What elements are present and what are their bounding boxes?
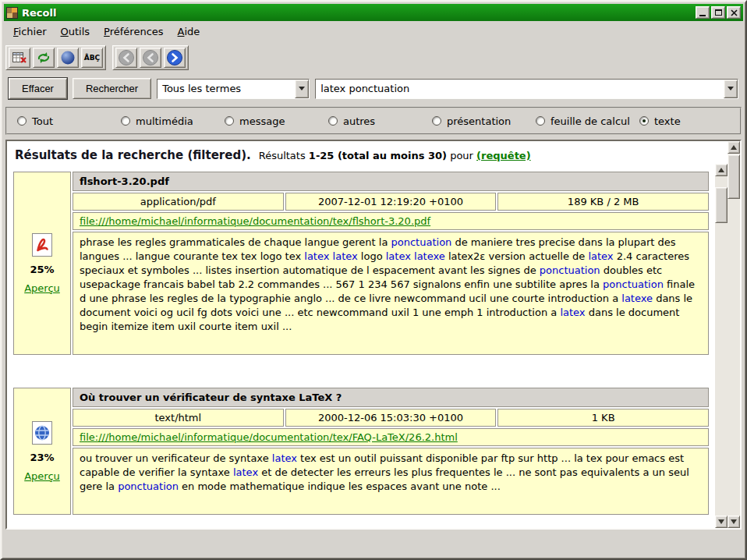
highlighted-term: ponctuation [603,278,664,290]
chevron-down-icon [299,87,305,90]
html-document-icon [32,421,52,445]
page-next-button[interactable] [164,48,186,68]
filter-option-feuille-de-calcul[interactable]: feuille de calcul [536,115,639,127]
result-abstract: phrase les regles grammaticales de chaqu… [73,232,709,355]
results-list: 25%Aperçuflshort-3.20.pdfapplication/pdf… [7,164,715,528]
result-title: Où trouver un vérificateur de syntaxe La… [73,388,709,407]
highlighted-term: ponctuation [540,264,600,276]
result-url-link[interactable]: file:///home/michael/informatique/docume… [80,431,458,443]
recoll-window: Recoll Fichier Outils Préférences Aide [0,0,747,560]
result-size: 1 KB [497,409,709,427]
search-type-value: Tous les termes [158,80,295,98]
radio-icon[interactable] [536,116,545,126]
query-sphere-icon [60,50,76,66]
filter-option-multime-dia[interactable]: multimédia [121,115,225,127]
radio-icon[interactable] [121,116,130,126]
result-detail: Où trouver un vérificateur de syntaxe La… [73,388,709,515]
scroll-up-icon [731,145,737,150]
results-panel-scrollbar[interactable] [728,141,740,528]
minimize-button[interactable] [696,6,710,19]
abc-sort-icon: ÂBÇ [84,54,100,62]
scroll-up-icon [718,168,724,172]
highlighted-term: ponctuation [391,236,452,248]
window-title: Recoll [22,7,692,19]
query-combobox [315,79,738,99]
result-abstract: ou trouver un verificateur de syntaxe la… [73,448,709,515]
filter-option-tout[interactable]: Tout [17,115,121,127]
search-type-combobox[interactable]: Tous les termes [157,79,310,99]
search-type-dropdown-button[interactable] [295,80,309,98]
search-query-input[interactable] [316,80,724,98]
result-meta-row: application/pdf2007-12-01 12:19:20 +0100… [73,193,709,211]
radio-icon[interactable] [225,116,234,126]
result-url-link[interactable]: file:///home/michael/informatique/docume… [80,215,430,227]
highlighted-term: latex [233,466,258,478]
scroll-up-button[interactable] [728,141,740,154]
filter-label: autres [343,115,375,127]
filter-option-pre-sentation[interactable]: présentation [432,115,536,127]
radio-icon[interactable] [17,116,27,126]
toolbar: ÂBÇ [4,42,743,73]
page-next-icon [166,49,183,66]
radio-icon[interactable] [328,116,338,126]
filter-option-message[interactable]: message [225,115,328,127]
relevance-percent: 23% [30,452,54,463]
scroll-down-button[interactable] [728,516,740,528]
highlighted-term: ponctuation [118,480,179,492]
preview-link[interactable]: Aperçu [24,470,60,482]
filter-option-autres[interactable]: autres [328,115,432,127]
menu-preferences[interactable]: Préférences [97,23,169,40]
filter-label: Tout [32,115,53,127]
term-explorer-tool-button[interactable] [57,48,79,68]
search-button[interactable]: Rechercher [73,78,151,99]
preview-link[interactable]: Aperçu [24,282,60,294]
pdf-document-icon [32,233,52,257]
result-side-cell: 23%Aperçu [13,388,71,515]
scrollbar-thumb[interactable] [715,187,728,223]
result-url-cell: file:///home/michael/informatique/docume… [73,212,709,230]
result-meta-row: text/html2000-12-06 15:03:30 +01001 KB [73,409,709,427]
result-side-cell: 25%Aperçu [13,172,71,355]
close-button[interactable] [727,6,741,19]
highlighted-term: latex [272,452,297,464]
menu-aide[interactable]: Aide [172,23,207,40]
highlighted-term: latexe [621,292,653,304]
sort-tool-button[interactable]: ÂBÇ [81,48,103,68]
search-bar: Effacer Rechercher Tous les termes [4,73,743,103]
page-prev-button[interactable] [140,48,161,68]
radio-icon[interactable] [639,116,649,126]
query-history-dropdown-button[interactable] [724,80,738,98]
clear-search-tool-button[interactable] [9,48,30,68]
scroll-down-button[interactable] [715,516,728,528]
update-index-tool-button[interactable] [33,48,55,68]
results-list-scrollbar[interactable] [715,164,728,528]
maximize-button[interactable] [711,6,725,19]
abstract-text: logo [358,250,386,262]
scrollbar-thumb[interactable] [728,154,740,199]
abstract-text: ou trouver un verificateur de syntaxe [80,452,272,464]
scrollbar-trough[interactable] [715,176,728,516]
scroll-up-button[interactable] [715,164,728,176]
results-summary: Résultats 1-25 (total au moins 30) pour … [259,150,531,161]
filter-bar: Toutmultimédiamessageautresprésentationf… [5,107,742,135]
highlighted-term: latex latexe [386,250,445,262]
query-details-link[interactable]: (requête) [476,150,531,161]
page-first-button[interactable] [115,48,137,68]
scroll-down-icon [731,519,737,524]
filter-option-texte[interactable]: texte [639,115,743,127]
result-size: 189 KB / 2 MB [497,193,709,211]
menu-fichier[interactable]: Fichier [7,23,53,40]
result-entry: 25%Aperçuflshort-3.20.pdfapplication/pdf… [13,172,709,355]
scroll-down-icon [718,519,724,524]
filter-label: feuille de calcul [551,115,630,127]
recoll-app-icon [6,7,18,19]
radio-icon[interactable] [432,116,441,126]
relevance-percent: 25% [30,264,54,275]
menu-outils[interactable]: Outils [55,23,97,40]
clear-button[interactable]: Effacer [9,78,67,99]
scrollbar-trough[interactable] [728,154,740,516]
result-mime: application/pdf [73,193,284,211]
results-main: Résultats de la recherche (filtered).Rés… [7,141,728,528]
results-range: 1-25 (total au moins 30) [309,150,447,161]
titlebar[interactable]: Recoll [4,4,743,21]
